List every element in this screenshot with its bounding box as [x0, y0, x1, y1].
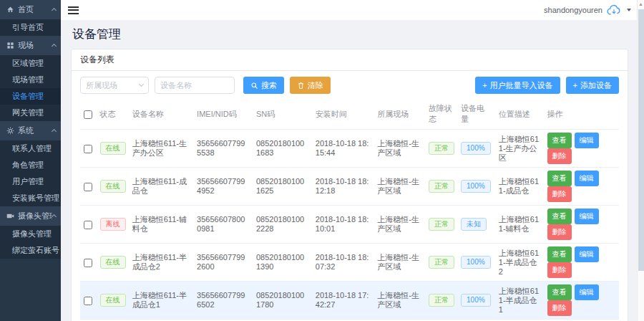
imei-cell: 356566077994952	[193, 168, 253, 206]
edit-button[interactable]: 编辑	[575, 133, 599, 148]
trash-icon	[297, 82, 305, 90]
sidebar: 首页引导首页现场区域管理现场管理设备管理网关管理系统联系人管理角色管理用户管理安…	[0, 0, 61, 321]
battery-cell: 未知	[457, 206, 495, 244]
row-checkbox[interactable]	[84, 259, 92, 267]
row-checkbox[interactable]	[84, 297, 92, 305]
row-checkbox[interactable]	[84, 221, 92, 229]
row-checkbox[interactable]	[84, 183, 92, 191]
card-body: 所属现场 搜索 清除 + 用户批量导入设备	[72, 71, 628, 321]
sidebar-item[interactable]: 安装账号管理	[0, 190, 61, 206]
device-name-input[interactable]	[155, 77, 235, 94]
scrollbar-thumb[interactable]	[638, 9, 644, 271]
battery-cell: 100%	[457, 282, 495, 320]
site-select[interactable]: 所属现场	[80, 77, 149, 94]
sidebar-item[interactable]: 角色管理	[0, 157, 61, 173]
search-icon	[250, 82, 258, 90]
column-header: 安装时间	[312, 99, 374, 130]
column-header: 所属现场	[374, 99, 425, 130]
plus-icon: +	[573, 81, 577, 90]
checkbox-cell	[80, 206, 97, 244]
table-row: 离线上海稳恒611-辅料仓356566078000981085201801002…	[80, 206, 619, 244]
table-row: 在线上海稳恒611-半成品仓13565660779965020852018010…	[80, 282, 619, 320]
fault-cell: 正常	[425, 282, 457, 320]
imei-cell: 356566077992600	[193, 244, 253, 282]
edit-button[interactable]: 编辑	[575, 284, 599, 300]
status-badge: 离线	[100, 218, 126, 231]
column-header: 位置描述	[495, 99, 544, 130]
delete-button[interactable]: 删除	[547, 262, 572, 278]
delete-button[interactable]: 删除	[547, 300, 572, 316]
status-badge: 在线	[100, 294, 126, 307]
sidebar-item[interactable]: 摄像头管理	[0, 226, 61, 242]
sidebar-section-label: 现场	[18, 40, 52, 51]
column-header: SN码	[253, 99, 312, 130]
battery-cell: 100%	[457, 244, 495, 282]
site-cell: 上海稳恒-生产区域	[374, 130, 425, 168]
sidebar-item-active[interactable]: 设备管理	[0, 88, 61, 105]
edit-button[interactable]: 编辑	[575, 209, 599, 224]
view-button[interactable]: 查看	[547, 284, 572, 300]
clear-button[interactable]: 清除	[290, 77, 331, 94]
vertical-scrollbar[interactable]: ▲	[637, 0, 644, 321]
fault-badge: 正常	[429, 142, 454, 155]
status-badge: 在线	[100, 180, 126, 193]
sidebar-item[interactable]: 网关管理	[0, 105, 61, 121]
checkbox-cell	[80, 244, 97, 282]
sidebar-item[interactable]: 联系人管理	[0, 140, 61, 157]
sidebar-section-header[interactable]: 摄像头管理	[0, 206, 61, 226]
sidebar-item[interactable]: 绑定萤石账号	[0, 242, 61, 259]
checkbox-cell	[80, 130, 97, 168]
select-all-checkbox[interactable]	[84, 110, 92, 119]
fault-cell: 正常	[425, 244, 457, 282]
sn-cell: 085201801001390	[253, 244, 312, 282]
chevron-down-icon	[627, 9, 631, 11]
view-button[interactable]: 查看	[547, 209, 572, 224]
column-header: IMEI/NID码	[193, 99, 253, 130]
install-time-cell: 2018-10-18 18:12:18	[312, 168, 374, 206]
bulk-import-button[interactable]: + 用户批量导入设备	[475, 77, 560, 94]
site-select-placeholder: 所属现场	[86, 80, 117, 91]
device-name-cell: 上海稳恒611-成品仓	[129, 168, 193, 206]
view-button[interactable]: 查看	[547, 133, 572, 148]
table-row: 在线上海稳恒611-半成品仓23565660779926000852018010…	[80, 244, 619, 282]
fault-badge: 正常	[429, 294, 454, 307]
battery-cell: 100%	[457, 168, 495, 206]
sidebar-item[interactable]: 区域管理	[0, 55, 61, 72]
install-time-cell: 2018-10-18 18:10:01	[312, 206, 374, 244]
topbar: shandongyouren	[61, 0, 644, 20]
device-name-cell: 上海稳恒611-半成品仓2	[129, 244, 193, 282]
sidebar-item[interactable]: 引导首页	[0, 19, 61, 36]
sidebar-item[interactable]: 用户管理	[0, 173, 61, 190]
edit-button[interactable]: 编辑	[575, 171, 599, 186]
column-header: 状态	[97, 99, 129, 130]
sidebar-section-header[interactable]: 系统	[0, 121, 61, 140]
imei-cell: 356566077995538	[193, 130, 253, 168]
imei-cell: 356566078000981	[193, 206, 253, 244]
sidebar-section-header[interactable]: 首页	[0, 0, 61, 19]
site-cell: 上海稳恒-生产区域	[374, 206, 425, 244]
column-header: 故障状态	[425, 99, 457, 130]
delete-button[interactable]: 删除	[547, 148, 572, 164]
scroll-up-icon[interactable]: ▲	[638, 0, 644, 9]
view-button[interactable]: 查看	[547, 171, 572, 186]
location-cell: 上海稳恒611-半成品仓2	[495, 244, 544, 282]
delete-button[interactable]: 删除	[547, 224, 572, 240]
actions-cell: 查看编辑删除	[544, 244, 619, 282]
row-checkbox[interactable]	[84, 145, 92, 153]
camera-icon	[6, 212, 14, 220]
view-button[interactable]: 查看	[547, 246, 572, 262]
hamburger-icon[interactable]	[68, 6, 79, 14]
sidebar-item[interactable]: 现场管理	[0, 72, 61, 88]
delete-button[interactable]: 删除	[547, 186, 572, 202]
checkbox-cell	[80, 282, 97, 320]
search-button[interactable]: 搜索	[243, 77, 284, 94]
add-device-button[interactable]: + 添加设备	[566, 77, 619, 94]
install-time-cell: 2018-10-18 18:15:44	[312, 130, 374, 168]
column-header: 设备电量	[457, 99, 495, 130]
site-cell: 上海稳恒-生产区域	[374, 282, 425, 320]
fault-badge: 正常	[429, 256, 454, 269]
edit-button[interactable]: 编辑	[575, 246, 599, 262]
sidebar-section-header[interactable]: 现场	[0, 36, 61, 55]
page-content: 设备管理 设备列表 所属现场 搜索 清除	[61, 20, 644, 321]
user-menu[interactable]: shandongyouren	[544, 4, 631, 16]
